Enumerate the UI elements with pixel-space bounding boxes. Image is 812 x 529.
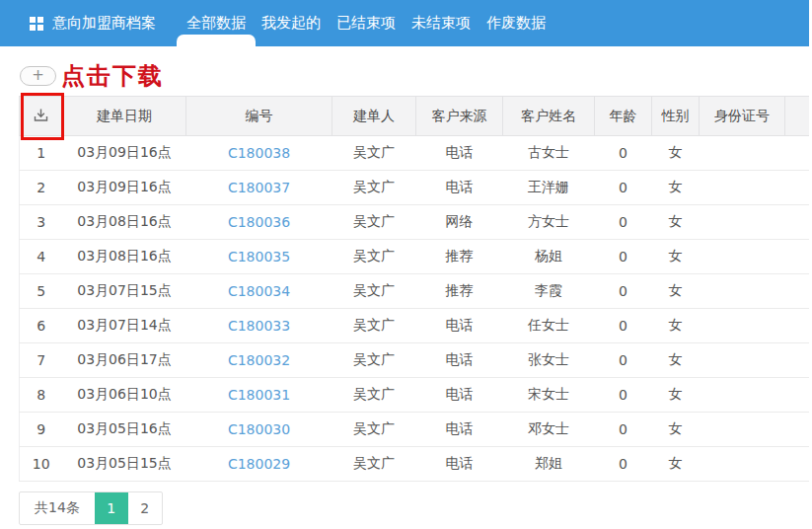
cell-customer-name: 郑姐 bbox=[503, 447, 595, 482]
cell-id-number bbox=[700, 136, 785, 171]
cell-create-date: 03月07日14点 bbox=[63, 309, 186, 343]
cell-age: 0 bbox=[595, 378, 652, 413]
cell-customer-name: 杨姐 bbox=[503, 240, 595, 274]
code-link[interactable]: C180035 bbox=[228, 249, 290, 264]
tab-voided[interactable]: 作废数据 bbox=[480, 0, 553, 46]
cell-code: C180033 bbox=[186, 309, 332, 343]
code-link[interactable]: C180034 bbox=[228, 283, 290, 299]
cell-gender: 女 bbox=[652, 343, 700, 378]
cell-gender: 女 bbox=[652, 171, 700, 205]
cell-gender: 女 bbox=[652, 136, 700, 171]
cell-create-date: 03月09日16点 bbox=[63, 171, 186, 205]
tab-unfinished[interactable]: 未结束项 bbox=[405, 0, 478, 46]
code-link[interactable]: C180032 bbox=[228, 352, 290, 368]
page-button-2[interactable]: 2 bbox=[128, 492, 162, 524]
tab-initiated-by-me[interactable]: 我发起的 bbox=[255, 0, 328, 46]
cell-customer-source: 电话 bbox=[416, 447, 503, 482]
cell-id-number bbox=[700, 205, 785, 240]
download-annotation-text: 点击下载 bbox=[61, 60, 164, 92]
cell-gender: 女 bbox=[652, 378, 700, 413]
cell-create-date: 03月05日16点 bbox=[63, 413, 186, 447]
code-link[interactable]: C180037 bbox=[228, 180, 290, 195]
header-code: 编号 bbox=[186, 97, 332, 136]
cell-age: 0 bbox=[595, 343, 652, 378]
cell-code: C180036 bbox=[186, 205, 332, 240]
table-row: 7 03月06日17点 C180032 吴文广 电话 张女士 0 女 bbox=[20, 343, 810, 378]
cell-create-date: 03月08日16点 bbox=[63, 205, 186, 240]
add-button[interactable]: + bbox=[20, 66, 56, 86]
cell-code: C180029 bbox=[186, 447, 332, 482]
tab-all-data[interactable]: 全部数据 bbox=[180, 0, 253, 46]
table-row: 9 03月05日16点 C180030 吴文广 电话 邓女士 0 女 bbox=[20, 413, 810, 447]
table-row: 2 03月09日16点 C180037 吴文广 电话 王洋姗 0 女 bbox=[20, 171, 810, 205]
cell-creator: 吴文广 bbox=[332, 413, 416, 447]
cell-id-number bbox=[700, 309, 785, 343]
table-body: 1 03月09日16点 C180038 吴文广 电话 古女士 0 女 2 03月… bbox=[20, 136, 810, 482]
cell-filler bbox=[785, 205, 810, 240]
toolbar: + 点击下载 bbox=[20, 63, 812, 89]
cell-create-date: 03月08日16点 bbox=[63, 240, 186, 274]
cell-customer-source: 电话 bbox=[416, 171, 503, 205]
pagination: 共14条 1 2 bbox=[19, 491, 163, 525]
cell-customer-name: 王洋姗 bbox=[503, 171, 595, 205]
row-index: 2 bbox=[20, 171, 63, 205]
download-column-header bbox=[20, 97, 63, 136]
code-link[interactable]: C180038 bbox=[228, 145, 290, 161]
header-filler bbox=[785, 97, 810, 136]
download-icon[interactable] bbox=[33, 107, 49, 126]
page-button-1[interactable]: 1 bbox=[95, 492, 128, 524]
header-customer-source: 客户来源 bbox=[416, 97, 503, 136]
page-title: 意向加盟商档案 bbox=[52, 14, 156, 33]
cell-customer-name: 宋女士 bbox=[503, 378, 595, 413]
code-link[interactable]: C180033 bbox=[228, 318, 290, 334]
header-customer-name: 客户姓名 bbox=[503, 97, 595, 136]
header-gender: 性别 bbox=[652, 97, 700, 136]
cell-filler bbox=[785, 309, 810, 343]
code-link[interactable]: C180031 bbox=[228, 387, 290, 403]
cell-gender: 女 bbox=[652, 413, 700, 447]
cell-gender: 女 bbox=[652, 274, 700, 309]
cell-creator: 吴文广 bbox=[332, 274, 416, 309]
cell-create-date: 03月05日15点 bbox=[63, 447, 186, 482]
row-index: 7 bbox=[20, 343, 63, 378]
cell-code: C180035 bbox=[186, 240, 332, 274]
cell-age: 0 bbox=[595, 171, 652, 205]
cell-code: C180037 bbox=[186, 171, 332, 205]
cell-age: 0 bbox=[595, 274, 652, 309]
cell-age: 0 bbox=[595, 136, 652, 171]
cell-age: 0 bbox=[595, 240, 652, 274]
cell-filler bbox=[785, 413, 810, 447]
cell-id-number bbox=[700, 171, 785, 205]
cell-creator: 吴文广 bbox=[332, 378, 416, 413]
tab-finished[interactable]: 已结束项 bbox=[330, 0, 403, 46]
header-age: 年龄 bbox=[595, 97, 652, 136]
cell-id-number bbox=[700, 413, 785, 447]
cell-customer-source: 网络 bbox=[416, 205, 503, 240]
cell-filler bbox=[785, 136, 810, 171]
cell-age: 0 bbox=[595, 309, 652, 343]
row-index: 9 bbox=[20, 413, 63, 447]
cell-create-date: 03月06日17点 bbox=[63, 343, 186, 378]
cell-creator: 吴文广 bbox=[332, 171, 416, 205]
code-link[interactable]: C180036 bbox=[228, 214, 290, 230]
code-link[interactable]: C180029 bbox=[228, 456, 290, 472]
cell-customer-source: 电话 bbox=[416, 136, 503, 171]
cell-filler bbox=[785, 274, 810, 309]
table-row: 1 03月09日16点 C180038 吴文广 电话 古女士 0 女 bbox=[20, 136, 810, 171]
cell-customer-name: 李霞 bbox=[503, 274, 595, 309]
code-link[interactable]: C180030 bbox=[228, 421, 290, 437]
row-index: 3 bbox=[20, 205, 63, 240]
cell-creator: 吴文广 bbox=[332, 205, 416, 240]
cell-creator: 吴文广 bbox=[332, 309, 416, 343]
cell-code: C180031 bbox=[186, 378, 332, 413]
cell-create-date: 03月09日16点 bbox=[63, 136, 186, 171]
top-navbar: 意向加盟商档案 全部数据 我发起的 已结束项 未结束项 作废数据 bbox=[0, 0, 809, 46]
cell-customer-source: 电话 bbox=[416, 343, 503, 378]
table-row: 10 03月05日15点 C180029 吴文广 电话 郑姐 0 女 bbox=[20, 447, 810, 482]
cell-filler bbox=[785, 240, 810, 274]
cell-id-number bbox=[700, 343, 785, 378]
cell-code: C180030 bbox=[186, 413, 332, 447]
cell-customer-name: 邓女士 bbox=[503, 413, 595, 447]
cell-id-number bbox=[700, 274, 785, 309]
cell-id-number bbox=[700, 378, 785, 413]
